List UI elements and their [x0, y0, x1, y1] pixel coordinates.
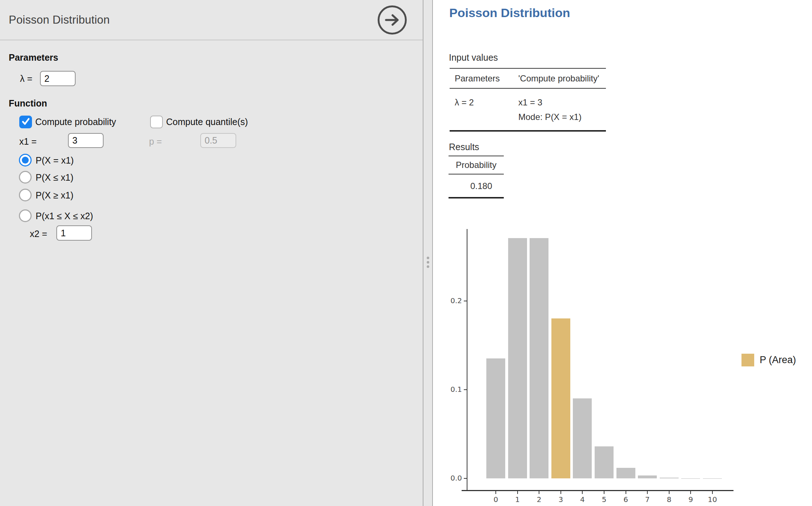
- sidebar-title: Poisson Distribution: [9, 13, 110, 27]
- x-tick: [690, 491, 691, 494]
- x-tick-label: 1: [507, 495, 528, 504]
- cell-lambda: λ = 2: [450, 95, 513, 124]
- x-tick-label: 10: [702, 495, 723, 504]
- bar: [486, 358, 505, 478]
- probability-value: 0.180: [449, 174, 504, 197]
- y-tick-label: 0.1: [440, 385, 462, 394]
- x-tick: [495, 491, 496, 494]
- compute-probability-label[interactable]: Compute probability: [35, 117, 116, 127]
- input-values-table: Parameters 'Compute probability' λ = 2 x…: [450, 68, 606, 132]
- bar: [573, 398, 592, 478]
- y-axis-line: [467, 229, 467, 491]
- x-tick: [517, 491, 518, 494]
- results-caption: Results: [449, 142, 479, 152]
- input-values-caption: Input values: [449, 52, 498, 63]
- checkmark-icon: [21, 117, 31, 128]
- y-tick: [464, 389, 467, 390]
- x-tick: [647, 491, 648, 494]
- lambda-input[interactable]: [40, 71, 76, 86]
- col-header-parameters: Parameters: [450, 69, 513, 88]
- drag-dots-icon: [427, 261, 429, 264]
- y-tick-label: 0.0: [440, 474, 462, 482]
- panel-resize-handle[interactable]: [423, 0, 433, 506]
- y-tick-label: 0.2: [440, 296, 462, 305]
- bar: [616, 468, 635, 478]
- radio-p-between-label[interactable]: P(x1 ≤ X ≤ x2): [36, 211, 93, 221]
- bar: [508, 238, 527, 478]
- bar: [660, 478, 679, 478]
- y-tick: [464, 478, 467, 479]
- p-label: p =: [149, 136, 162, 147]
- radio-p-greater-equal-label[interactable]: P(X ≥ x1): [36, 190, 73, 201]
- results-table: Probability 0.180: [449, 156, 504, 198]
- page-title: Poisson Distribution: [449, 6, 570, 20]
- x-tick: [712, 491, 713, 494]
- x1-label: x1 =: [19, 136, 37, 147]
- radio-p-greater-equal[interactable]: [19, 189, 32, 201]
- parameters-heading: Parameters: [9, 52, 58, 63]
- radio-p-between[interactable]: [19, 209, 32, 222]
- cell-x1: x1 = 3: [518, 95, 606, 110]
- x-tick: [560, 491, 561, 494]
- x1-input[interactable]: [68, 133, 104, 148]
- x-tick-label: 4: [571, 495, 593, 504]
- x-tick: [604, 491, 604, 494]
- cell-x1-mode: x1 = 3 Mode: P(X = x1): [513, 95, 606, 124]
- p-input[interactable]: [200, 133, 236, 148]
- y-tick: [464, 301, 467, 301]
- arrow-right-icon: [384, 12, 401, 28]
- highlighted-bar: [551, 318, 570, 478]
- x-tick: [626, 491, 626, 494]
- x2-input[interactable]: [56, 225, 92, 241]
- lambda-label: λ =: [20, 73, 32, 84]
- x2-label: x2 =: [30, 229, 47, 239]
- x-tick: [582, 491, 583, 494]
- x-tick-label: 0: [485, 495, 507, 504]
- results-header: Probability: [449, 156, 504, 174]
- compute-quantile-label[interactable]: Compute quantile(s): [166, 117, 248, 127]
- compute-probability-checkbox[interactable]: [19, 116, 32, 128]
- x-tick-label: 6: [615, 495, 637, 504]
- checkmark-icon: [152, 117, 161, 128]
- x-tick-label: 8: [658, 495, 680, 504]
- compute-quantile-checkbox[interactable]: [150, 116, 163, 128]
- input-values-table-body: λ = 2 x1 = 3 Mode: P(X = x1): [450, 89, 606, 130]
- sidebar-controls: Poisson Distribution Parameters λ = Func…: [0, 0, 423, 506]
- radio-p-equal-label[interactable]: P(X = x1): [36, 155, 74, 166]
- legend-label: P (Area): [760, 354, 796, 366]
- radio-p-equal[interactable]: [19, 154, 32, 166]
- x-tick: [669, 491, 670, 494]
- x-tick-label: 5: [593, 495, 615, 504]
- input-values-table-header: Parameters 'Compute probability': [450, 69, 606, 89]
- function-heading: Function: [9, 98, 47, 109]
- x-tick-label: 3: [550, 495, 572, 504]
- radio-p-less-equal[interactable]: [19, 171, 32, 184]
- cell-mode: Mode: P(X = x1): [518, 110, 606, 124]
- radio-p-less-equal-label[interactable]: P(X ≤ x1): [36, 172, 73, 183]
- submit-button[interactable]: [378, 5, 407, 35]
- x-tick-label: 2: [528, 495, 550, 504]
- sidebar-header: Poisson Distribution: [0, 0, 423, 40]
- bar: [530, 238, 548, 478]
- x-tick: [539, 491, 539, 494]
- bar: [638, 475, 657, 478]
- drag-dots-icon: [427, 265, 429, 268]
- legend-swatch: [741, 354, 754, 366]
- col-header-compute-probability: 'Compute probability': [513, 69, 606, 88]
- x-axis-line: [462, 490, 733, 491]
- bar: [595, 446, 614, 478]
- x-tick-label: 7: [636, 495, 658, 504]
- drag-dots-icon: [427, 257, 429, 259]
- x-tick-label: 9: [680, 495, 702, 504]
- app-window: Poisson Distribution Parameters λ = Func…: [0, 0, 812, 506]
- results-panel: Poisson Distribution Input values Parame…: [433, 0, 812, 506]
